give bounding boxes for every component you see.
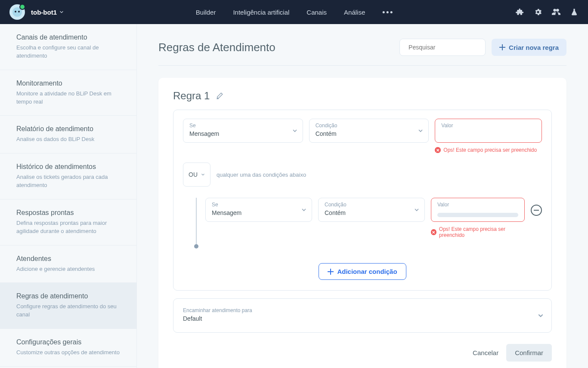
sidebar-item-respostas[interactable]: Respostas prontasDefina respostas pronta… bbox=[0, 199, 136, 245]
sidebar-item-relatorio[interactable]: Relatório de atendimentoAnalise os dados… bbox=[0, 116, 136, 153]
value-placeholder bbox=[437, 213, 518, 217]
plus-icon bbox=[328, 269, 334, 275]
chevron-down-icon bbox=[301, 207, 306, 212]
remove-condition-button[interactable] bbox=[531, 205, 542, 216]
bot-selector[interactable]: tob-bot1 bbox=[31, 9, 64, 16]
nav-builder[interactable]: Builder bbox=[196, 9, 216, 16]
or-operator-select[interactable]: OU bbox=[183, 163, 210, 187]
main-content: Regras de Atendimento Criar nova regra R… bbox=[137, 24, 588, 368]
chevron-down-icon bbox=[538, 313, 544, 319]
forward-select[interactable]: Encaminhar atendimento para Default bbox=[173, 298, 552, 333]
search-field[interactable] bbox=[399, 39, 486, 56]
plus-icon bbox=[499, 44, 505, 50]
edit-icon[interactable] bbox=[216, 92, 223, 100]
primary-error: ✕ Ops! Este campo precisa ser preenchido bbox=[435, 147, 542, 153]
chevron-down-icon bbox=[59, 10, 64, 14]
sidebar: Canais de atendimentoEscolha e configure… bbox=[0, 24, 137, 368]
error-icon: ✕ bbox=[435, 147, 441, 153]
topbar: tob-bot1 Builder Inteligência artificial… bbox=[0, 0, 588, 24]
or-hint: qualquer uma das condições abaixo bbox=[217, 172, 306, 178]
more-menu[interactable] bbox=[382, 9, 392, 16]
error-icon: ✕ bbox=[431, 229, 436, 235]
top-icons bbox=[516, 8, 579, 16]
nav-analise[interactable]: Análise bbox=[344, 9, 365, 16]
gear-icon[interactable] bbox=[534, 8, 542, 16]
primary-value-input[interactable]: Valor bbox=[435, 119, 542, 143]
nested-value-input[interactable]: Valor bbox=[431, 198, 525, 222]
chevron-down-icon bbox=[292, 128, 297, 133]
add-condition-button[interactable]: Adicionar condição bbox=[319, 263, 406, 280]
search-input[interactable] bbox=[409, 44, 484, 51]
sidebar-item-regras[interactable]: Regras de atendimentoConfigure regras de… bbox=[0, 283, 136, 329]
chevron-down-icon bbox=[418, 128, 423, 133]
divider bbox=[158, 65, 566, 66]
confirm-button[interactable]: Confirmar bbox=[506, 344, 552, 362]
nested-error: ✕ Ops! Este campo precisa ser preenchido bbox=[431, 226, 525, 238]
cancel-button[interactable]: Cancelar bbox=[473, 349, 498, 356]
primary-cond-select[interactable]: Condição Contém bbox=[309, 119, 429, 143]
primary-if-select[interactable]: Se Mensagem bbox=[183, 119, 303, 143]
sidebar-item-historico[interactable]: Histórico de atendimentosAnalise os tick… bbox=[0, 153, 136, 199]
sidebar-item-monitoramento[interactable]: MonitoramentoMonitore a atividade no BLi… bbox=[0, 70, 136, 116]
sidebar-item-atendentes[interactable]: AtendentesAdicione e gerencie atendentes bbox=[0, 245, 136, 283]
rule-title: Regra 1 bbox=[173, 90, 210, 102]
top-nav: Builder Inteligência artificial Canais A… bbox=[196, 9, 393, 16]
conditions-box: Se Mensagem Condição Contém Valor bbox=[173, 110, 552, 291]
nav-ai[interactable]: Inteligência artificial bbox=[233, 9, 289, 16]
nested-cond-select[interactable]: Condição Contém bbox=[318, 198, 425, 222]
new-rule-button[interactable]: Criar nova regra bbox=[492, 39, 566, 56]
sidebar-item-canais[interactable]: Canais de atendimentoEscolha e configure… bbox=[0, 24, 136, 70]
bot-name-label: tob-bot1 bbox=[31, 9, 57, 16]
plugin-icon[interactable] bbox=[516, 8, 524, 16]
bot-avatar[interactable] bbox=[9, 4, 25, 20]
branch-line bbox=[196, 198, 197, 247]
page-title: Regras de Atendimento bbox=[158, 41, 393, 54]
sidebar-item-config[interactable]: Configurações geraisCustomize outras opç… bbox=[0, 329, 136, 367]
nav-canais[interactable]: Canais bbox=[306, 9, 327, 16]
nested-if-select[interactable]: Se Mensagem bbox=[205, 198, 312, 222]
flask-icon[interactable] bbox=[570, 8, 579, 16]
rule-card: Regra 1 Se Mensagem Condição Contém bbox=[158, 78, 566, 368]
chevron-down-icon bbox=[414, 207, 419, 212]
branch-dot bbox=[194, 244, 198, 248]
chevron-down-icon bbox=[201, 172, 205, 177]
users-icon[interactable] bbox=[552, 8, 560, 16]
